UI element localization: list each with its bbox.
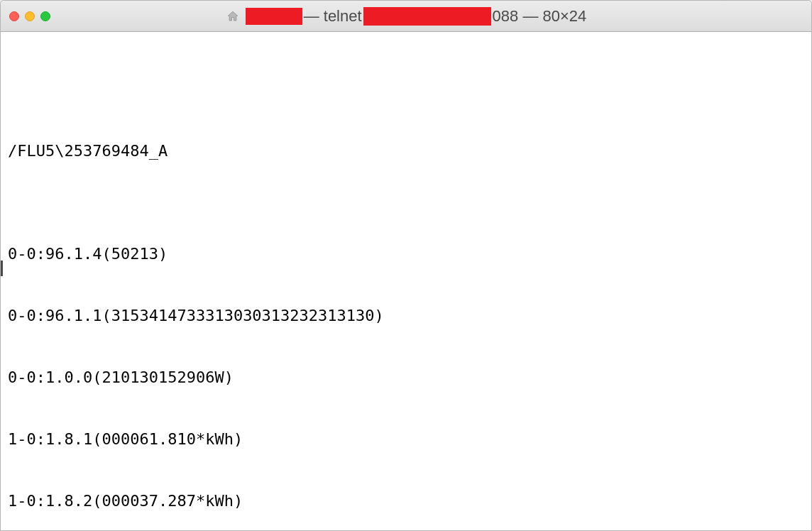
term-line: 0-0:96.1.4(50213)	[8, 243, 804, 264]
title-prefix: — telnet	[304, 7, 362, 26]
home-icon	[226, 9, 240, 23]
term-line: /FLU5\253769484_A	[8, 141, 804, 161]
term-line: 1-0:1.8.2(000037.287*kWh)	[8, 491, 804, 511]
term-line: 1-0:1.8.1(000061.810*kWh)	[8, 429, 804, 449]
scroll-mark	[1, 261, 3, 276]
terminal-inner: /FLU5\253769484_A 0-0:96.1.4(50213) 0-0:…	[8, 99, 804, 530]
title-suffix: 088 — 80×24	[493, 7, 587, 26]
redacted-user	[246, 8, 302, 25]
window-controls	[9, 11, 50, 21]
zoom-button[interactable]	[40, 11, 50, 21]
term-line: 0-0:96.1.1(3153414733313030313232313130)	[8, 305, 804, 326]
minimize-button[interactable]	[25, 11, 35, 21]
titlebar[interactable]: — telnet 088 — 80×24	[1, 1, 811, 32]
window-title: — telnet 088 — 80×24	[1, 7, 811, 26]
redacted-host	[363, 7, 491, 26]
term-line: 0-0:1.0.0(210130152906W)	[8, 367, 804, 388]
close-button[interactable]	[9, 11, 19, 21]
terminal-window: — telnet 088 — 80×24 /FLU5\253769484_A 0…	[0, 0, 812, 531]
terminal-output[interactable]: /FLU5\253769484_A 0-0:96.1.4(50213) 0-0:…	[1, 32, 811, 530]
